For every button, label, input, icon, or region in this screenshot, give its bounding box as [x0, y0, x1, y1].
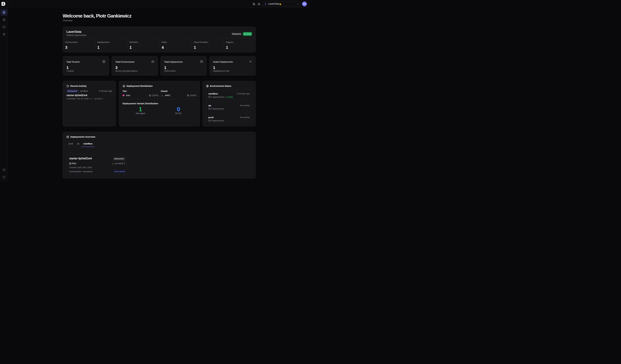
svg-text:aws: aws [91, 98, 92, 99]
svg-text:aws: aws [112, 163, 114, 164]
svg-text:aws: aws [161, 95, 163, 96]
